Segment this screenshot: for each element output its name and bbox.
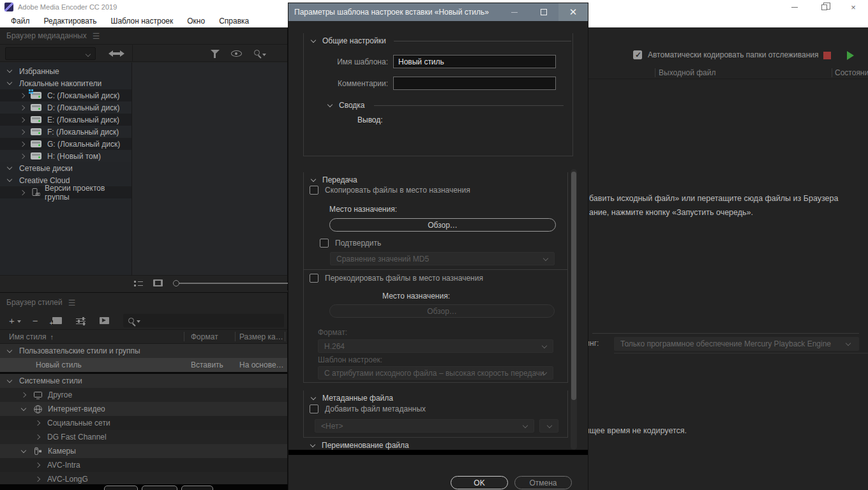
verify-method-value: Сравнение значений MD5: [336, 255, 429, 264]
preset-group-system[interactable]: Системные стили: [0, 374, 287, 388]
tree-item-drive-g[interactable]: G: (Локальный диск): [0, 138, 131, 150]
ok-button[interactable]: OK: [451, 476, 508, 489]
panel-menu-icon[interactable]: ☰: [68, 298, 76, 308]
media-source-dropdown[interactable]: [5, 47, 96, 60]
tree-label: C: (Локальный диск): [47, 91, 120, 100]
watch-folders-checkbox[interactable]: [633, 50, 642, 59]
tree-item-local-drives[interactable]: Локальные накопители: [0, 77, 131, 89]
chevron-right-icon: [35, 463, 40, 468]
preset-row-new-style[interactable]: Новый стиль Вставить На основе…: [0, 358, 287, 372]
row-label: Камеры: [48, 447, 76, 456]
column-divider[interactable]: [285, 332, 285, 341]
restore-button[interactable]: [809, 0, 839, 14]
thumbnail-view-icon[interactable]: [153, 279, 163, 286]
tree-item-drive-e[interactable]: E: (Локальный диск): [0, 114, 131, 126]
forward-arrow-icon[interactable]: [120, 50, 128, 57]
chevron-right-icon: [35, 477, 40, 482]
preset-row-avc-intra[interactable]: AVC-Intra: [0, 458, 287, 472]
column-output-file[interactable]: Выходной файл: [659, 68, 716, 77]
verify-checkbox[interactable]: [320, 239, 329, 248]
tree-item-drive-c[interactable]: C: (Локальный диск): [0, 89, 131, 101]
preset-settings-icon[interactable]: [76, 317, 86, 325]
add-metadata-checkbox[interactable]: [310, 405, 318, 413]
media-browser-panel: Браузер медиаданных ☰ Избранные Локальны…: [0, 27, 288, 290]
remove-preset-button[interactable]: −: [33, 316, 38, 325]
column-divider[interactable]: [235, 332, 236, 341]
preset-name-input[interactable]: Новый стиль: [393, 55, 556, 68]
dialog-titlebar[interactable]: Параметры шаблона настроек вставки «Новы…: [288, 3, 588, 21]
format-value: H.264: [324, 342, 345, 351]
renderer-dropdown[interactable]: Только программное обеспечение Mercury P…: [614, 337, 859, 351]
header-rule: [374, 105, 564, 106]
dialog-close-button[interactable]: ✕: [558, 3, 588, 21]
summary-header[interactable]: Сводка: [328, 101, 564, 110]
close-icon: ×: [851, 3, 856, 12]
scrollbar-thumb[interactable]: [571, 172, 576, 400]
tree-item-team-projects[interactable]: Версии проектов группы: [0, 186, 131, 198]
stop-queue-button[interactable]: [823, 52, 831, 59]
group-title: Метаданные файла: [322, 394, 393, 403]
back-arrow-icon[interactable]: [105, 50, 113, 57]
preview-eye-icon[interactable]: [231, 50, 242, 57]
metadata-header[interactable]: Метаданные файла: [304, 390, 567, 406]
column-format[interactable]: Формат: [191, 332, 218, 341]
zoom-slider-knob[interactable]: [173, 280, 179, 286]
tree-label: Версии проектов группы: [45, 184, 131, 202]
queue-panel-border: [592, 333, 859, 334]
add-preset-button[interactable]: +: [9, 316, 21, 325]
preset-row-dg-fast[interactable]: DG Fast Channel: [0, 430, 287, 444]
menu-edit[interactable]: Редактировать: [37, 17, 104, 26]
menu-file[interactable]: Файл: [4, 17, 37, 26]
chevron-right-icon: [20, 189, 25, 195]
zoom-slider-track[interactable]: [179, 283, 293, 284]
column-status[interactable]: Состояние: [835, 68, 868, 77]
dialog-maximize-button[interactable]: [529, 3, 558, 21]
tree-item-drive-d[interactable]: D: (Локальный диск): [0, 101, 131, 114]
header-rule: [394, 41, 571, 41]
list-view-icon[interactable]: [134, 280, 143, 286]
filter-icon[interactable]: [211, 50, 220, 54]
copy-files-checkbox[interactable]: [310, 186, 318, 195]
format-label: Формат:: [318, 328, 347, 337]
chevron-down-icon: [21, 447, 26, 452]
media-browser-content: [132, 63, 287, 275]
column-preset-name[interactable]: Имя стиля: [9, 332, 46, 341]
new-group-icon[interactable]: [52, 317, 62, 324]
browse-button[interactable]: Обзор…: [329, 218, 556, 232]
preset-row-other[interactable]: Другое: [0, 388, 287, 402]
column-size[interactable]: Размер ка…: [239, 332, 284, 341]
cancel-button[interactable]: Отмена: [514, 476, 572, 489]
preset-group-user[interactable]: Пользовательские стили и группы: [0, 344, 287, 358]
clipped-widget: [142, 486, 177, 490]
dialog-scrollbar[interactable]: [571, 169, 577, 450]
minimize-button[interactable]: [780, 0, 809, 14]
tree-item-favorites[interactable]: Избранные: [0, 65, 131, 77]
encoding-status-text: оящее время не кодируется.: [581, 426, 687, 435]
tree-item-drive-f[interactable]: F: (Локальный диск): [0, 126, 131, 138]
search-button[interactable]: [254, 50, 266, 58]
start-queue-button[interactable]: [847, 51, 858, 60]
close-icon: ✕: [569, 6, 578, 18]
maximize-icon: [541, 9, 547, 15]
preset-group-cameras[interactable]: Камеры: [0, 444, 287, 458]
column-divider[interactable]: [184, 332, 184, 341]
panel-menu-icon[interactable]: ☰: [93, 31, 100, 41]
preset-search-input[interactable]: [123, 314, 284, 327]
dialog-minimize-button[interactable]: [500, 3, 529, 21]
tree-item-drive-h[interactable]: H: (Новый том): [0, 150, 131, 162]
tree-item-network-drives[interactable]: Сетевые диски: [0, 162, 131, 174]
menu-window[interactable]: Окно: [180, 17, 212, 26]
import-preset-icon[interactable]: [100, 317, 109, 324]
general-settings-header[interactable]: Общие настройки: [304, 33, 572, 48]
preset-row-social[interactable]: Социальные сети: [0, 416, 287, 430]
preset-group-web-video[interactable]: Интернет-видео: [0, 402, 287, 416]
menu-preset[interactable]: Шаблон настроек: [103, 17, 180, 26]
comments-input[interactable]: [393, 77, 556, 90]
transcode-checkbox[interactable]: [310, 274, 318, 283]
search-icon: [128, 318, 134, 323]
add-metadata-row: Добавить файл метаданных: [310, 405, 426, 413]
menu-help[interactable]: Справка: [212, 17, 256, 26]
rename-header[interactable]: Переименование файла: [303, 440, 568, 450]
window-title: Adobe Media Encoder CC 2019: [18, 3, 117, 11]
close-button[interactable]: ×: [839, 0, 868, 14]
